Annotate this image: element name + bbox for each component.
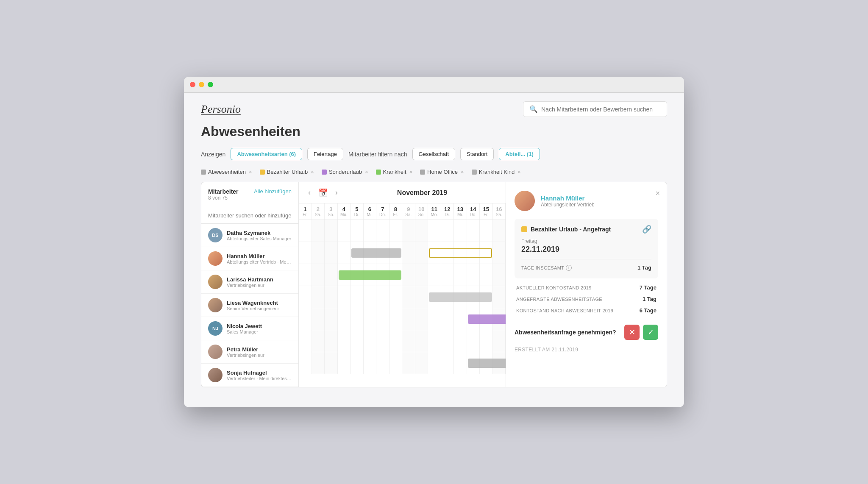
calendar-header: ‹ 📅 › November 2019 — [299, 182, 506, 203]
standort-button[interactable]: Standort — [460, 148, 494, 160]
approve-label: Abwesenheitsanfrage genehmigen? — [515, 329, 616, 336]
panel-close-button[interactable]: × — [655, 189, 660, 198]
employee-info: Liesa Wagenknecht Senior Vertriebsingeni… — [227, 300, 292, 311]
abteilung-button[interactable]: Abteil... (1) — [499, 148, 540, 160]
header: Personio 🔍 — [184, 93, 684, 124]
list-item[interactable]: Hannah Müller Abteilungsleiter Vertrieb … — [201, 247, 298, 270]
employee-name: Petra Müller — [227, 346, 292, 353]
close-button[interactable] — [190, 82, 195, 87]
list-item[interactable]: Sonja Hufnagel Vertriebsleiter · Mein di… — [201, 364, 298, 387]
employee-header: Mitarbeiter 8 von 75 Alle hinzufügen — [201, 182, 298, 207]
day-header-10: 10So. — [415, 203, 428, 220]
list-item[interactable]: DS Datha Szymanek Abteilungsleiter Sales… — [201, 224, 298, 247]
bezahlter-label: Bezahlter Urlaub — [267, 169, 308, 175]
list-item[interactable]: Liesa Wagenknecht Senior Vertriebsingeni… — [201, 294, 298, 317]
mitarbeiter-filter-label: Mitarbeiter filtern nach — [348, 151, 407, 158]
employee-search[interactable] — [201, 207, 298, 224]
avatar: NJ — [208, 321, 223, 336]
prev-month-button[interactable]: ‹ — [306, 187, 313, 198]
search-input[interactable] — [541, 106, 661, 113]
tage-insgesamt-row: TAGE INSGESAMT i 1 Tag — [521, 264, 651, 271]
employee-info: Datha Szymanek Abteilungsleiter Sales Ma… — [227, 230, 292, 241]
add-all-button[interactable]: Alle hinzufügen — [254, 188, 292, 195]
date-value: 22.11.2019 — [521, 245, 651, 254]
kontostand-row: AKTUELLER KONTOSTAND 2019 7 Tage — [516, 284, 657, 291]
stats-section: AKTUELLER KONTOSTAND 2019 7 Tage ANGEFRA… — [515, 284, 658, 314]
kontostand-nach-row: KONTOSTAND NACH ABWESENHEIT 2019 6 Tage — [516, 307, 657, 314]
days-header: 1Fr. 2Sa. 3So. 4Mo. 5Di. 6Mi. 7Do. 8Fr. … — [299, 203, 506, 220]
day-header-5: 5Di. — [351, 203, 364, 220]
avatar — [208, 275, 223, 289]
search-bar[interactable]: 🔍 — [523, 101, 667, 117]
cal-row-larissa — [299, 264, 506, 286]
month-title: November 2019 — [345, 189, 499, 197]
krankheitkind-x[interactable]: × — [517, 169, 521, 175]
employee-info: Hannah Müller Abteilungsleiter Vertrieb … — [227, 253, 292, 264]
employee-name: Sonja Hufnagel — [227, 370, 292, 376]
avatar — [208, 345, 223, 359]
approve-section: Abwesenheitsanfrage genehmigen? ✕ ✓ — [515, 319, 658, 342]
avatar — [208, 368, 223, 382]
bezahlter-x[interactable]: × — [311, 169, 314, 175]
next-month-button[interactable]: › — [333, 187, 340, 198]
list-item[interactable]: Larissa Hartmann Vertriebsingenieur — [201, 270, 298, 294]
day-header-4: 4Mo. — [338, 203, 351, 220]
cal-row-hannah[interactable] — [299, 242, 506, 264]
list-item[interactable]: NJ Nicola Jewett Sales Manager — [201, 317, 298, 340]
employee-header-title: Mitarbeiter — [208, 188, 239, 195]
day-header-12: 12Di. — [441, 203, 454, 220]
logo: Personio — [201, 103, 241, 116]
abwesenheiten-color — [201, 170, 206, 175]
feiertage-button[interactable]: Feiertage — [307, 148, 343, 160]
sonderurlaub-label: Sonderurlaub — [329, 169, 362, 175]
absence-tag-homeoffice: Home Office × — [420, 169, 464, 175]
cal-row-nicola — [299, 308, 506, 330]
day-header-8: 8Fr. — [389, 203, 403, 220]
tage-insgesamt-value: 1 Tag — [637, 264, 651, 271]
employee-role: Abteilungsleiter Vertrieb · Mein dire... — [227, 259, 292, 264]
detail-panel: Hannah Müller Abteilungsleiter Vertrieb … — [506, 182, 667, 387]
today-button[interactable]: 📅 — [318, 188, 328, 197]
absence-bar-liesa — [429, 292, 492, 302]
angefragte-value: 1 Tag — [643, 296, 657, 302]
kontostand-nach-label: KONTOSTAND NACH ABWESENHEIT 2019 — [516, 308, 613, 313]
day-header-7: 7Do. — [376, 203, 389, 220]
gesellschaft-button[interactable]: Gesellschaft — [412, 148, 456, 160]
employee-role: Vertriebsingenieur — [227, 353, 292, 358]
abwesenheiten-x[interactable]: × — [249, 169, 252, 175]
list-item[interactable]: Petra Müller Vertriebsingenieur — [201, 340, 298, 364]
employee-role: Vertriebsleiter · Mein direktes Team — [227, 376, 292, 381]
avatar — [208, 251, 223, 266]
day-header-16: 16Sa. — [493, 203, 506, 220]
employee-info: Petra Müller Vertriebsingenieur — [227, 346, 292, 358]
approve-button[interactable]: ✓ — [643, 325, 658, 340]
employee-count: 8 von 75 — [208, 195, 239, 201]
absence-bar-hannah-urlaub[interactable] — [429, 248, 492, 258]
employee-search-input[interactable] — [208, 212, 292, 219]
minimize-button[interactable] — [199, 82, 204, 87]
info-icon[interactable]: i — [566, 265, 572, 271]
edit-icon[interactable]: 🔗 — [642, 225, 651, 234]
sonderurlaub-x[interactable]: × — [365, 169, 368, 175]
main-content: Personio 🔍 Abwesenheiten Anzeigen Abwese… — [184, 93, 684, 406]
avatar — [208, 298, 223, 312]
absence-type-dot — [521, 226, 527, 232]
maximize-button[interactable] — [208, 82, 213, 87]
cal-row-datha — [299, 220, 506, 242]
homeoffice-x[interactable]: × — [461, 169, 464, 175]
date-label: Freitag — [521, 238, 651, 244]
day-header-9: 9Sa. — [402, 203, 415, 220]
approve-buttons: ✕ ✓ — [624, 325, 658, 340]
employee-info: Larissa Hartmann Vertriebsingenieur — [227, 276, 292, 288]
sonderurlaub-color — [322, 170, 327, 175]
absence-bar-nicola — [468, 314, 506, 324]
panel-employee-role: Abteilungsleiter Vertrieb — [541, 202, 595, 208]
employee-info: Sonja Hufnagel Vertriebsleiter · Mein di… — [227, 370, 292, 381]
krankheitkind-color — [472, 170, 477, 175]
employee-info: Nicola Jewett Sales Manager — [227, 323, 292, 334]
abwesenheitsarten-button[interactable]: Abwesenheitsarten (6) — [231, 148, 302, 160]
absence-tag-sonderurlaub: Sonderurlaub × — [322, 169, 368, 175]
krankheit-x[interactable]: × — [409, 169, 413, 175]
homeoffice-color — [420, 170, 425, 175]
reject-button[interactable]: ✕ — [624, 325, 640, 340]
